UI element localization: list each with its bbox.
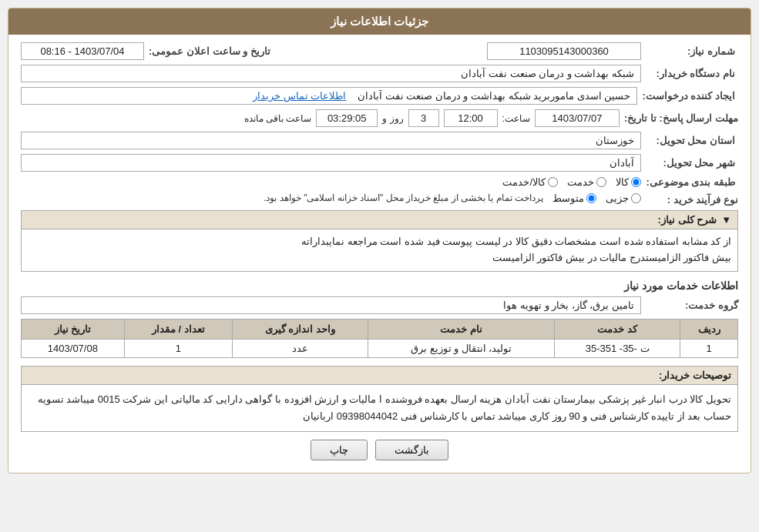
announcement-label: تاریخ و ساعت اعلان عمومی: <box>149 45 274 57</box>
process-motovaset-radio[interactable] <box>586 193 596 203</box>
category-kala-item: کالا <box>616 176 641 188</box>
city-label: شهر محل تحویل: <box>646 157 738 169</box>
category-khedmat-radio[interactable] <box>596 177 606 187</box>
cell-quantity: 1 <box>124 339 232 357</box>
main-card: جزئیات اطلاعات نیاز شماره نیاز: 11030951… <box>8 8 751 473</box>
cell-row_num: 1 <box>680 339 738 357</box>
service-group-label: گروه خدمت: <box>646 299 738 311</box>
org-name-label: نام دستگاه خریدار: <box>646 68 738 79</box>
card-body: شماره نیاز: 1103095143000360 تاریخ و ساع… <box>8 35 751 473</box>
need-number-value: 1103095143000360 <box>487 42 641 60</box>
need-desc-label: شرح کلی نیاز: <box>658 214 717 226</box>
deadline-date: 1403/07/07 <box>535 109 620 127</box>
province-value: خوزستان <box>21 132 641 149</box>
category-label: طبقه بندی موضوعی: <box>646 176 738 188</box>
services-table: ردیف کد خدمت نام خدمت واحد اندازه گیری ت… <box>21 319 738 358</box>
process-options: جزیی متوسط پرداخت تمام یا بخشی از مبلغ خ… <box>21 192 641 204</box>
need-desc-line1: از کد مشابه استفاده شده است مشخصات دقیق … <box>28 234 731 250</box>
service-group-value: تامین برق، گاز، بخار و تهویه هوا <box>21 296 641 314</box>
deadline-days-label: روز و <box>382 113 403 124</box>
category-kala-radio[interactable] <box>631 177 641 187</box>
process-motovaset-label: متوسط <box>552 192 584 204</box>
org-name-value: شبکه بهداشت و درمان صنعت نفت آبادان <box>21 65 641 82</box>
city-row: شهر محل تحویل: آبادان <box>21 154 738 172</box>
process-jazee-radio[interactable] <box>631 193 641 203</box>
process-radios: جزیی متوسط <box>552 192 641 204</box>
col-service-code: کد خدمت <box>555 319 680 339</box>
province-label: استان محل تحویل: <box>646 135 738 146</box>
creator-label: ایجاد کننده درخواست: <box>642 90 738 102</box>
category-khedmat-item: خدمت <box>567 176 606 188</box>
announcement-value: 1403/07/04 - 08:16 <box>21 42 144 60</box>
deadline-remaining: 03:29:05 <box>316 109 378 127</box>
table-body: 1ت -35- 351-35تولید، انتقال و توزیع برقع… <box>22 339 738 357</box>
deadline-label: مهلت ارسال پاسخ: تا تاریخ: <box>624 112 738 124</box>
buyer-desc-content: تحویل کالا درب انبار غیر پزشکی بیمارستان… <box>22 385 737 431</box>
deadline-days: 3 <box>408 109 439 127</box>
category-kala-khedmat-label: کالا/خدمت <box>502 176 546 188</box>
col-date: تاریخ نیاز <box>22 319 125 339</box>
province-row: استان محل تحویل: خوزستان <box>21 132 738 149</box>
need-number-label: شماره نیاز: <box>646 45 738 57</box>
process-row: نوع فرآیند خرید : جزیی متوسط پرداخت تمام… <box>21 192 738 206</box>
buttons-row: بازگشت چاپ <box>21 440 738 460</box>
process-jazee-item: جزیی <box>606 192 641 204</box>
category-row: طبقه بندی موضوعی: کالا خدمت کالا/خدمت <box>21 176 738 188</box>
need-desc-section: ▼ شرح کلی نیاز: از کد مشابه استفاده شده … <box>21 210 738 272</box>
col-service-name: نام خدمت <box>368 319 555 339</box>
deadline-remaining-label: ساعت باقی مانده <box>244 113 312 124</box>
services-section-title: اطلاعات خدمات مورد نیاز <box>21 279 738 292</box>
cell-service_code: ت -35- 351-35 <box>555 339 680 357</box>
cell-unit: عدد <box>232 339 368 357</box>
deadline-items: 1403/07/07 ساعت: 12:00 3 روز و 03:29:05 … <box>21 109 620 127</box>
col-quantity: تعداد / مقدار <box>124 319 232 339</box>
table-section: ردیف کد خدمت نام خدمت واحد اندازه گیری ت… <box>21 319 738 358</box>
need-number-row: شماره نیاز: 1103095143000360 تاریخ و ساع… <box>21 42 738 60</box>
process-note: پرداخت تمام یا بخشی از مبلغ خریداز محل "… <box>21 192 543 203</box>
service-group-row: گروه خدمت: تامین برق، گاز، بخار و تهویه … <box>21 296 738 314</box>
table-row: 1ت -35- 351-35تولید، انتقال و توزیع برقع… <box>22 339 738 357</box>
creator-text: حسین اسدی ماموربرید شبکه بهداشت و درمان … <box>358 90 631 102</box>
back-button[interactable]: بازگشت <box>375 440 448 460</box>
city-value: آبادان <box>21 154 641 172</box>
category-radio-group: کالا خدمت کالا/خدمت <box>502 176 641 188</box>
process-jazee-label: جزیی <box>606 192 629 204</box>
creator-value: حسین اسدی ماموربرید شبکه بهداشت و درمان … <box>21 87 637 105</box>
category-kala-label: کالا <box>616 176 629 188</box>
need-desc-content: از کد مشابه استفاده شده است مشخصات دقیق … <box>22 229 737 271</box>
page-title: جزئیات اطلاعات نیاز <box>8 8 751 35</box>
creator-row: ایجاد کننده درخواست: حسین اسدی ماموربرید… <box>21 87 738 105</box>
need-desc-icon: ▼ <box>721 214 731 226</box>
deadline-row: مهلت ارسال پاسخ: تا تاریخ: 1403/07/07 سا… <box>21 109 738 127</box>
page-wrapper: جزئیات اطلاعات نیاز شماره نیاز: 11030951… <box>0 0 759 532</box>
process-label: نوع فرآیند خرید : <box>646 192 738 206</box>
deadline-time-label: ساعت: <box>502 113 530 124</box>
org-name-row: نام دستگاه خریدار: شبکه بهداشت و درمان ص… <box>21 65 738 82</box>
category-kala-khedmat-radio[interactable] <box>548 177 558 187</box>
buyer-desc-section: توصیحات خریدار: تحویل کالا درب انبار غیر… <box>21 366 738 432</box>
category-khedmat-label: خدمت <box>567 176 594 188</box>
category-kala-khedmat-item: کالا/خدمت <box>502 176 558 188</box>
buyer-desc-label: توصیحات خریدار: <box>659 370 731 381</box>
print-button[interactable]: چاپ <box>311 440 368 460</box>
creator-link[interactable]: اطلاعات تماس خریدار <box>253 90 346 102</box>
cell-date: 1403/07/08 <box>22 339 125 357</box>
col-row-num: ردیف <box>680 319 738 339</box>
need-desc-line2: بیش فاکتور الزامیستدرج مالیات در بیش فاک… <box>28 250 731 266</box>
buyer-desc-header: توصیحات خریدار: <box>22 366 737 385</box>
process-motovaset-item: متوسط <box>552 192 596 204</box>
deadline-time: 12:00 <box>444 109 498 127</box>
table-header-row: ردیف کد خدمت نام خدمت واحد اندازه گیری ت… <box>22 319 738 339</box>
col-unit: واحد اندازه گیری <box>232 319 368 339</box>
need-desc-header: ▼ شرح کلی نیاز: <box>22 211 737 229</box>
cell-service_name: تولید، انتقال و توزیع برق <box>368 339 555 357</box>
